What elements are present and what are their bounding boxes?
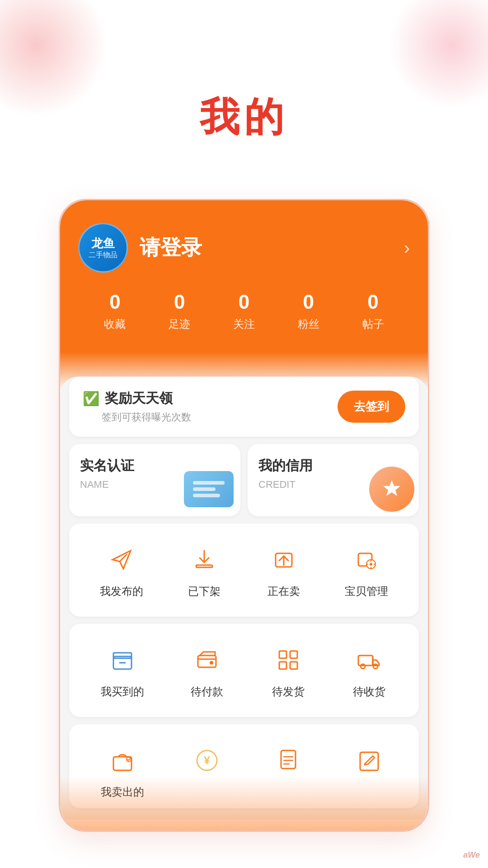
- svg-point-16: [210, 661, 213, 665]
- svg-rect-2: [196, 565, 212, 567]
- manage-icon: [348, 542, 385, 578]
- real-name-card[interactable]: 实名认证 NAME: [69, 444, 240, 516]
- pending-ship-icon: [270, 642, 306, 678]
- reward-title: 奖励天天领: [105, 389, 173, 408]
- wallet-icon: [189, 642, 225, 678]
- svg-rect-33: [360, 752, 378, 770]
- stat-footprint[interactable]: 0 足迹: [169, 291, 190, 331]
- id-card-icon: [184, 471, 234, 507]
- verify-row: 实名认证 NAME 我的信用 CREDIT: [69, 444, 419, 516]
- profile-header: 龙鱼 二手物品 请登录 › 0 收藏 0 足迹 0 关注 0: [60, 200, 428, 390]
- chevron-right-icon: ›: [404, 238, 410, 258]
- stat-following[interactable]: 0 关注: [233, 291, 255, 331]
- svg-point-23: [373, 664, 378, 669]
- svg-rect-17: [279, 651, 286, 658]
- svg-point-7: [370, 563, 372, 566]
- action-pending-receive[interactable]: 待收货: [347, 637, 392, 703]
- action-label-delisted: 已下架: [188, 584, 221, 599]
- svg-rect-15: [198, 656, 216, 667]
- action-label-bought: 我买到的: [101, 684, 144, 699]
- stat-fans[interactable]: 0 粉丝: [298, 291, 319, 331]
- sell-action-row: 我发布的 已下架: [78, 537, 410, 603]
- box-icon: [104, 642, 141, 678]
- reward-icon: ✅: [83, 391, 99, 406]
- edit-icon: [351, 742, 387, 778]
- bag-icon: [104, 742, 141, 778]
- action-label-pending-receive: 待收货: [353, 684, 385, 699]
- svg-rect-20: [290, 662, 297, 669]
- reward-card: ✅ 奖励天天领 签到可获得曝光次数 去签到: [69, 377, 419, 437]
- phone-body: ✅ 奖励天天领 签到可获得曝光次数 去签到 实名认证 NAME: [60, 377, 428, 820]
- send-icon: [103, 542, 140, 578]
- logo-area[interactable]: 龙鱼 二手物品 请登录: [78, 223, 202, 273]
- watermark: aWe: [463, 850, 480, 860]
- action-manage[interactable]: 宝贝管理: [340, 537, 393, 603]
- upload-icon: [266, 542, 302, 578]
- action-published[interactable]: 我发布的: [95, 537, 148, 603]
- action-selling[interactable]: 正在卖: [261, 537, 306, 603]
- svg-rect-18: [290, 651, 297, 658]
- action-label-pending-pay: 待付款: [191, 684, 223, 699]
- action-label-published: 我发布的: [100, 584, 143, 599]
- sell-actions-grid: 我发布的 已下架: [69, 524, 419, 617]
- doc-icon: [270, 742, 306, 778]
- phone-mockup: 龙鱼 二手物品 请登录 › 0 收藏 0 足迹 0 关注 0: [59, 199, 429, 832]
- action-label-pending-ship: 待发货: [272, 684, 305, 699]
- svg-point-22: [361, 664, 365, 669]
- reward-info: ✅ 奖励天天领 签到可获得曝光次数: [83, 389, 191, 424]
- app-logo: 龙鱼 二手物品: [78, 223, 128, 273]
- svg-text:¥: ¥: [204, 754, 211, 766]
- stats-row: 0 收藏 0 足迹 0 关注 0 粉丝 0 帖子: [78, 291, 410, 331]
- action-pending-pay[interactable]: 待付款: [184, 637, 230, 703]
- action-label-manage: 宝贝管理: [345, 584, 388, 599]
- login-prompt[interactable]: 请登录: [140, 234, 202, 262]
- svg-rect-21: [358, 656, 373, 665]
- download-icon: [186, 542, 222, 578]
- action-bought[interactable]: 我买到的: [96, 637, 149, 703]
- yen-icon: ¥: [189, 742, 225, 778]
- credit-star-icon: [369, 467, 414, 512]
- reward-subtitle: 签到可获得曝光次数: [102, 410, 191, 424]
- svg-rect-19: [279, 662, 286, 669]
- buy-action-row: 我买到的 待付款: [78, 637, 410, 703]
- truck-icon: [351, 642, 387, 678]
- action-pending-ship[interactable]: 待发货: [266, 637, 311, 703]
- action-label-selling: 正在卖: [267, 584, 300, 599]
- svg-rect-13: [113, 653, 131, 658]
- buy-actions-grid: 我买到的 待付款: [69, 624, 419, 717]
- stat-favorites[interactable]: 0 收藏: [104, 291, 126, 331]
- svg-rect-29: [281, 750, 296, 769]
- checkin-button[interactable]: 去签到: [338, 391, 405, 423]
- phone-bottom-gradient: [60, 776, 428, 830]
- action-delisted[interactable]: 已下架: [182, 537, 227, 603]
- stat-posts[interactable]: 0 帖子: [362, 291, 384, 331]
- svg-marker-0: [383, 480, 400, 496]
- credit-card[interactable]: 我的信用 CREDIT: [248, 444, 419, 516]
